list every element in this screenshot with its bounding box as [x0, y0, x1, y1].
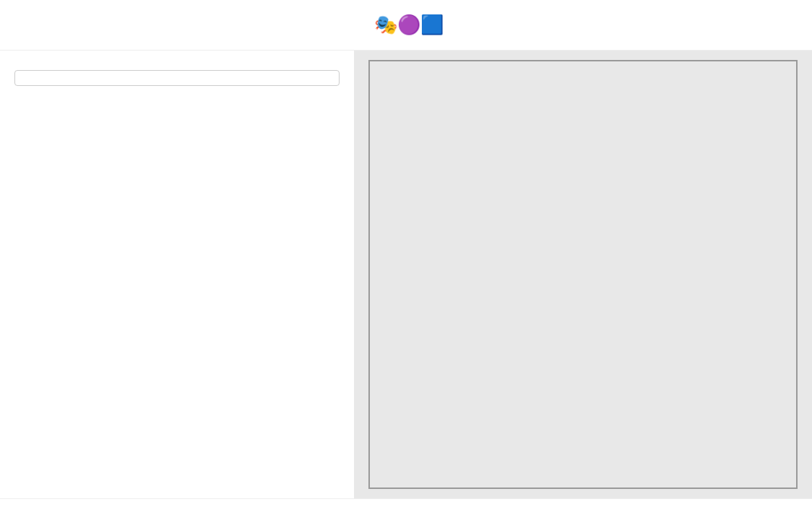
logo-icons: 🎭🟣🟦 [374, 14, 444, 36]
left-panel [0, 51, 354, 498]
pattern-info-box [14, 70, 340, 86]
footer [0, 498, 812, 520]
bead-art-canvas [368, 60, 798, 489]
right-panel [354, 51, 812, 498]
main-content [0, 51, 812, 498]
header: 🎭🟣🟦 [0, 0, 812, 51]
